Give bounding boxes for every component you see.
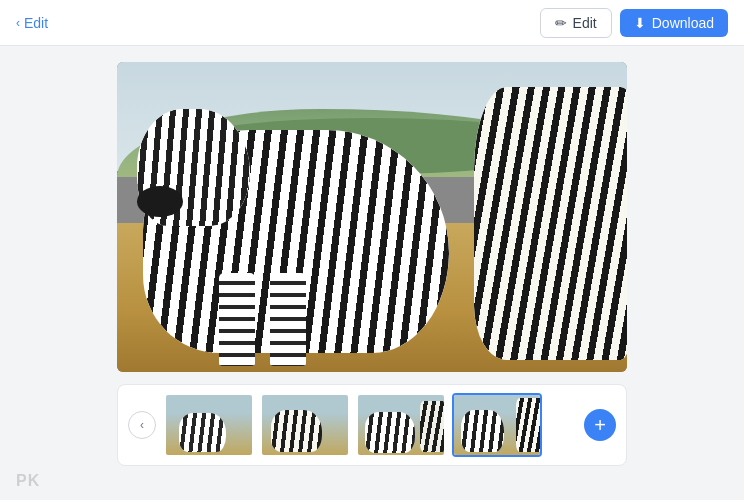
main-content: ‹ [0,46,744,500]
zebra1-nose [137,186,183,217]
edit-button[interactable]: ✏ Edit [540,8,612,38]
zebra2-body [474,87,627,360]
thumbnail-4[interactable] [452,393,542,457]
zebra1-leg2 [270,273,306,366]
download-icon: ⬇ [634,15,646,31]
zebra1-leg1 [219,273,255,366]
download-label: Download [652,15,714,31]
chevron-left-nav-icon: ‹ [140,418,144,432]
thumbnail-3[interactable] [356,393,446,457]
plus-icon: + [594,414,606,437]
thumbnail-1[interactable] [164,393,254,457]
thumbnail-2[interactable] [260,393,350,457]
thumbnails-list [164,393,574,457]
header: ‹ Edit ✏ Edit ⬇ Download [0,0,744,46]
back-button[interactable]: ‹ Edit [16,15,48,31]
thumbnail-prev-button[interactable]: ‹ [128,411,156,439]
chevron-left-icon: ‹ [16,16,20,30]
add-thumbnail-button[interactable]: + [584,409,616,441]
download-button[interactable]: ⬇ Download [620,9,728,37]
main-image-container [117,62,627,372]
back-label: Edit [24,15,48,31]
main-image [117,62,627,372]
pencil-icon: ✏ [555,15,567,31]
thumbnail-strip: ‹ [117,384,627,466]
watermark: PK [16,472,40,490]
edit-label: Edit [573,15,597,31]
header-actions: ✏ Edit ⬇ Download [540,8,728,38]
